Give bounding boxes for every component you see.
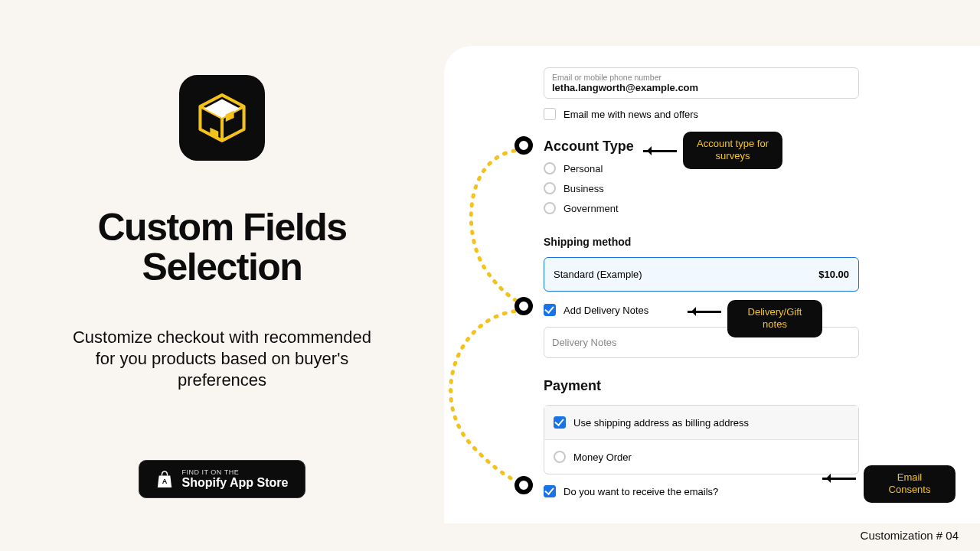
newsletter-label: Email me with news and offers bbox=[564, 109, 698, 120]
shipping-heading: Shipping method bbox=[544, 236, 949, 248]
node-dot-2 bbox=[514, 297, 533, 315]
callout-account-type: Account type for surveys bbox=[683, 132, 782, 169]
arrow-icon bbox=[822, 478, 856, 480]
radio-icon[interactable] bbox=[544, 162, 556, 174]
arrow-icon bbox=[688, 311, 721, 313]
shipping-name: Standard (Example) bbox=[554, 269, 642, 280]
footer-label: Customization # 04 bbox=[861, 529, 959, 542]
radio-label: Personal bbox=[564, 163, 603, 174]
promo-panel: Custom Fields Selection Customize checko… bbox=[0, 0, 444, 551]
email-consent-label: Do you want to receive the emails? bbox=[564, 486, 718, 497]
email-label: Email or mobile phone number bbox=[552, 73, 851, 82]
title-line-1: Custom Fields bbox=[98, 206, 347, 249]
delivery-notes-checkbox[interactable] bbox=[544, 304, 556, 316]
node-dot-1 bbox=[514, 136, 533, 155]
shipping-option[interactable]: Standard (Example) $10.00 bbox=[544, 257, 859, 292]
email-consent-checkbox[interactable] bbox=[544, 485, 556, 497]
node-dot-3 bbox=[514, 476, 533, 494]
radio-government[interactable]: Government bbox=[544, 202, 949, 214]
email-field[interactable]: Email or mobile phone number letha.langw… bbox=[544, 67, 859, 99]
radio-business[interactable]: Business bbox=[544, 182, 949, 194]
page-title: Custom Fields Selection bbox=[98, 208, 347, 287]
svg-text:A: A bbox=[162, 478, 167, 486]
callout-delivery-notes: Delivery/Gift notes bbox=[727, 300, 822, 337]
radio-icon[interactable] bbox=[544, 182, 556, 194]
shopping-bag-icon: A bbox=[156, 470, 173, 488]
radio-icon[interactable] bbox=[554, 451, 566, 463]
app-store-badge[interactable]: A FIND IT ON THE Shopify App Store bbox=[139, 460, 306, 498]
account-type-options: Personal Business Government bbox=[544, 162, 949, 214]
radio-label: Business bbox=[564, 183, 604, 194]
delivery-notes-label: Add Delivery Notes bbox=[564, 305, 648, 316]
email-value: letha.langworth@example.com bbox=[552, 82, 851, 93]
badge-big-text: Shopify App Store bbox=[182, 476, 289, 490]
checkout-card: Email or mobile phone number letha.langw… bbox=[444, 46, 980, 523]
money-order-row[interactable]: Money Order bbox=[544, 439, 858, 474]
title-line-2: Selection bbox=[142, 246, 302, 289]
newsletter-row[interactable]: Email me with news and offers bbox=[544, 108, 949, 120]
delivery-notes-placeholder: Delivery Notes bbox=[552, 337, 617, 348]
newsletter-checkbox[interactable] bbox=[544, 108, 556, 120]
radio-label: Government bbox=[564, 203, 619, 214]
radio-icon[interactable] bbox=[544, 202, 556, 214]
use-shipping-address-row[interactable]: Use shipping address as billing address bbox=[544, 406, 858, 439]
page-subtitle: Customize checkout with recommended for … bbox=[61, 327, 383, 391]
shipping-price: $10.00 bbox=[818, 269, 849, 280]
money-order-label: Money Order bbox=[573, 452, 632, 463]
use-shipping-checkbox[interactable] bbox=[554, 416, 566, 429]
callout-email-consents: Email Consents bbox=[864, 465, 956, 503]
app-icon bbox=[179, 75, 265, 161]
arrow-icon bbox=[643, 150, 677, 152]
cube-icon bbox=[196, 92, 248, 144]
use-shipping-label: Use shipping address as billing address bbox=[573, 417, 749, 429]
payment-heading: Payment bbox=[544, 378, 949, 394]
badge-small-text: FIND IT ON THE bbox=[182, 468, 289, 476]
payment-options: Use shipping address as billing address … bbox=[544, 405, 859, 474]
